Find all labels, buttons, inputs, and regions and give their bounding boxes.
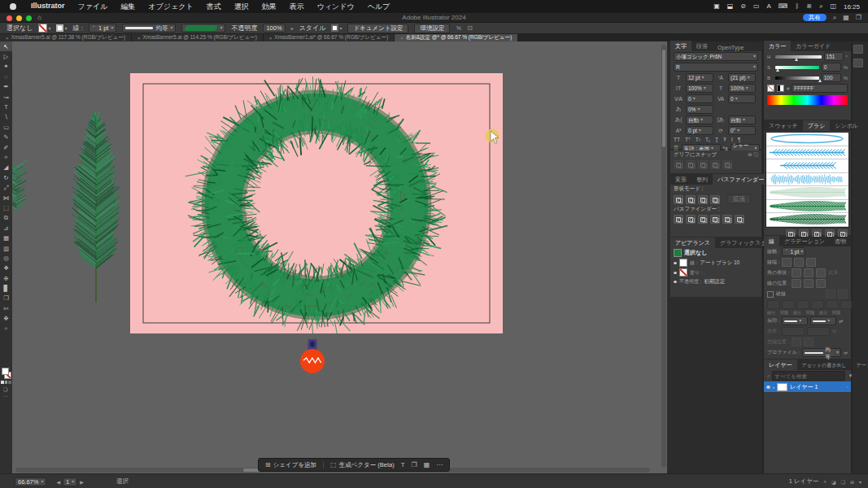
mesh-tool[interactable]: ▦	[0, 233, 12, 242]
visibility-eye-icon[interactable]	[674, 272, 677, 274]
slice-tool[interactable]: ✄	[0, 303, 12, 313]
brush-item-4[interactable]	[766, 186, 848, 200]
stroke-weight-field[interactable]: ⌃1 pt▾	[89, 24, 117, 33]
flip-along-icon[interactable]: ⇌	[844, 350, 848, 355]
color-spectrum-bar[interactable]	[767, 95, 848, 105]
char-setting-field[interactable]: (21 pt)▾	[728, 73, 756, 82]
brush-item-0[interactable]	[766, 133, 848, 146]
align-outside-button[interactable]	[816, 279, 826, 288]
more-options-icon[interactable]: ⊡	[467, 24, 473, 32]
preferences-button[interactable]: 環境設定	[414, 24, 450, 33]
tab-layers[interactable]: レイヤー	[764, 359, 797, 370]
projecting-cap-button[interactable]	[806, 258, 816, 267]
rectangle-tool[interactable]: ▭	[0, 122, 12, 132]
trim-icon[interactable]	[686, 215, 696, 224]
properties-panel-icon[interactable]	[853, 59, 863, 68]
round-join-button[interactable]	[804, 268, 813, 277]
b-slider[interactable]	[775, 76, 819, 80]
lasso-tool[interactable]: ◌	[0, 72, 12, 81]
menu-item-9[interactable]: ヘルプ	[361, 2, 397, 12]
document-setup-button[interactable]: ドキュメント設定	[347, 24, 408, 33]
char-setting-field[interactable]: 0°▾	[728, 126, 756, 135]
document-tab-2[interactable]: ×XmasBanner1.ai* @ 66.67 % (RGB/プレビュー)	[264, 34, 395, 41]
dashed-line-checkbox[interactable]	[767, 291, 774, 298]
artboard-nav-dropdown[interactable]: 1▾	[63, 477, 77, 486]
scale-tool[interactable]: ⤢	[0, 182, 12, 192]
brush-item-3[interactable]	[766, 173, 848, 187]
keyboard-icon[interactable]: ⌨	[779, 2, 788, 11]
dash-preserve-icon[interactable]	[826, 290, 835, 298]
selection-tool[interactable]: ↖	[0, 41, 12, 51]
fill-swatch[interactable]: ▾	[38, 24, 50, 33]
bw-swatch-icon[interactable]	[777, 85, 784, 92]
tab-symbols[interactable]: シンボル	[830, 120, 863, 131]
new-layer-icon[interactable]: ⊞	[850, 479, 854, 485]
tab-appearance[interactable]: アピアランス	[670, 237, 715, 248]
width-tool[interactable]: ⋈	[0, 193, 12, 203]
none-mode-button[interactable]	[8, 381, 11, 384]
char-setting-field[interactable]: 0▾	[686, 94, 713, 103]
line-segment-tool[interactable]: ∖	[0, 112, 12, 122]
slider-marker[interactable]	[776, 68, 779, 72]
tip-truncate-button[interactable]	[804, 338, 813, 346]
hand-tool[interactable]: ✥	[0, 314, 12, 324]
free-transform-tool[interactable]: ⬚	[0, 203, 12, 212]
wifi-icon[interactable]: ≋	[806, 2, 812, 11]
screen-mirroring-icon[interactable]: ▣	[713, 2, 720, 11]
menu-item-5[interactable]: 選択	[228, 2, 255, 12]
menu-item-7[interactable]: 表示	[283, 2, 311, 12]
layer-row[interactable]: › レイヤー 1 ◦	[764, 381, 851, 392]
perspective-grid-tool[interactable]: ⊿	[0, 223, 12, 233]
stroke-swatch[interactable]: ▾	[56, 24, 67, 32]
image-button[interactable]: ▦	[424, 461, 430, 468]
tab-brushes[interactable]: ブラシ	[803, 120, 831, 131]
brush-item-6[interactable]	[766, 213, 848, 227]
color-mode-button[interactable]	[1, 381, 4, 384]
close-tab-icon[interactable]: ×	[137, 36, 141, 41]
dash-align-icon[interactable]	[838, 290, 848, 298]
snap-glyph-icon[interactable]	[722, 160, 732, 169]
char-setting-field[interactable]: 0%▾	[686, 105, 713, 114]
brush-definition-dropdown[interactable]: ▾	[181, 24, 225, 33]
font-style-field[interactable]: R▾	[674, 63, 758, 72]
fill-none-chip[interactable]	[679, 268, 687, 277]
dash-value-field[interactable]	[826, 300, 839, 309]
tab-opentype[interactable]: OpenType	[713, 43, 748, 51]
opacity-field[interactable]: 100%	[263, 24, 285, 33]
merge-icon[interactable]	[698, 215, 708, 224]
column-graph-tool[interactable]: ▊	[0, 283, 12, 293]
appearance-row-value[interactable]: アートブラシ 10	[700, 259, 739, 267]
dash-value-field[interactable]	[796, 300, 809, 309]
tab-align[interactable]: 整列	[691, 174, 713, 185]
document-tab-0[interactable]: ×XmasBanner5.ai @ 117.38 % (RGB/プレビュー)	[0, 34, 132, 41]
document-tab-3[interactable]: ×名刺&設定 @* @ 66.67 % (RGB/プレビュー)	[395, 34, 518, 41]
char-setting-field[interactable]: 自動▾	[686, 115, 713, 124]
crop-icon[interactable]	[710, 215, 720, 224]
delete-layer-icon[interactable]: ▾	[859, 479, 861, 485]
divide-icon[interactable]	[674, 215, 683, 224]
width-profile-dropdown[interactable]: 均等▾	[122, 24, 176, 33]
dash-value-field[interactable]	[840, 300, 853, 309]
control-center-icon[interactable]: ◫	[830, 2, 836, 11]
char-setting-field[interactable]: 100%▾	[686, 84, 713, 93]
filter-icon[interactable]: ▼	[848, 373, 853, 378]
slider-value-field[interactable]: 0	[822, 63, 841, 72]
tab-transparency[interactable]: 透明	[830, 236, 851, 246]
locate-object-icon[interactable]: ⌖	[824, 479, 827, 485]
canvas-artwork[interactable]	[12, 41, 667, 473]
minus-front-icon[interactable]	[686, 195, 696, 204]
edit-toolbar-icon[interactable]: ⋯	[3, 393, 8, 399]
tab-asset-export[interactable]: アセットの書き出し	[797, 360, 852, 370]
type-style-icon[interactable]: T¹	[696, 137, 700, 142]
rotate-tool[interactable]: ↻	[0, 172, 12, 182]
draw-mode-icon[interactable]: ❏	[3, 386, 7, 392]
new-sublayer-icon[interactable]: ❏	[841, 479, 845, 485]
close-tab-icon[interactable]: ×	[269, 36, 273, 41]
clock[interactable]: 16:25	[844, 3, 860, 11]
input-source-icon[interactable]: A	[767, 2, 771, 11]
slider-marker[interactable]	[818, 79, 822, 82]
menu-item-2[interactable]: 編集	[114, 2, 142, 12]
snap-glyph-icon[interactable]	[710, 160, 720, 169]
intersect-icon[interactable]	[698, 195, 708, 204]
round-cap-button[interactable]	[794, 258, 804, 267]
